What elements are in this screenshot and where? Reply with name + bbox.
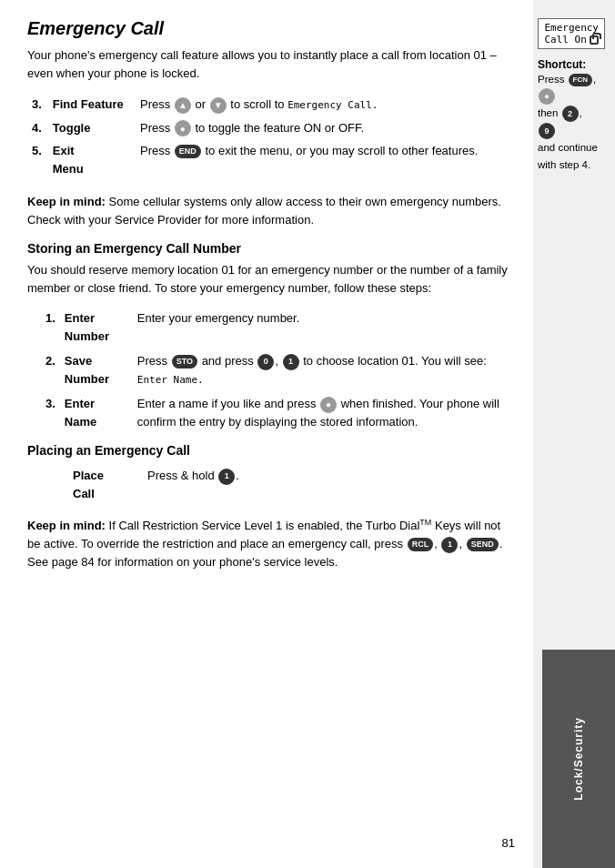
one-btn[interactable]: 1	[283, 354, 299, 370]
sub-step-label-1: EnterNumber	[60, 306, 133, 348]
sh-nav-btn[interactable]: ●	[539, 88, 555, 105]
sidebar: Emergency Call On Shortcut: Press FCN, ●…	[533, 0, 615, 868]
keep-in-mind-2: Keep in mind: If Call Restriction Servic…	[27, 517, 515, 570]
sidebar-tab-label: Lock/Security	[572, 717, 585, 801]
step-num-3: 3.	[27, 93, 48, 116]
sto-btn[interactable]: STO	[172, 355, 197, 369]
step-label-toggle: Toggle	[48, 116, 136, 140]
sh-two-btn[interactable]: 2	[562, 106, 579, 122]
km2-one-btn[interactable]: 1	[441, 537, 458, 553]
sub-step-content-3: Enter a name if you like and press ● whe…	[133, 391, 515, 434]
enter-name-mono: Enter Name.	[137, 374, 204, 386]
emergency-display-box: Emergency Call On	[538, 18, 605, 49]
step-content-3: Press ▲ or ▼ to scroll to Emergency Call…	[136, 93, 515, 116]
page-number: 81	[502, 836, 515, 850]
lock-icon	[590, 35, 599, 45]
step-content-5: Press END to exit the menu, or you may s…	[136, 139, 515, 180]
sub-step-label-3: EnterName	[60, 391, 133, 434]
section2-title: Placing an Emergency Call	[27, 443, 515, 458]
place-call-table: PlaceCall Press & hold 1.	[64, 463, 248, 506]
page: Emergency Call Your phone's emergency ca…	[0, 0, 615, 868]
shortcut-label: Shortcut:	[538, 58, 600, 71]
keep-in-mind-1: Keep in mind: Some cellular systems only…	[27, 193, 515, 228]
sub-step-num-1: 1.	[27, 306, 60, 348]
nav-down-btn[interactable]: ▼	[210, 97, 227, 114]
table-row: PlaceCall Press & hold 1.	[66, 465, 247, 504]
place-label: PlaceCall	[66, 465, 138, 504]
step-label-find: Find Feature	[48, 93, 136, 116]
step-label-exit: ExitMenu	[48, 139, 136, 180]
emergency-box-line2: Call On	[544, 34, 599, 45]
table-row: 2. SaveNumber Press STO and press 0, 1 t…	[27, 348, 515, 391]
sub-steps-table: 1. EnterNumber Enter your emergency numb…	[27, 306, 515, 434]
send-btn[interactable]: SEND	[467, 538, 499, 552]
step-num-4: 4.	[27, 116, 48, 140]
sub-step-content-2: Press STO and press 0, 1 to choose locat…	[133, 348, 515, 391]
emergency-box-line1: Emergency	[544, 22, 599, 34]
shortcut-content: Press FCN, ● then 2, 9 and continuewith …	[538, 71, 600, 173]
sidebar-tab: Lock/Security	[542, 650, 615, 868]
main-steps-table: 3. Find Feature Press ▲ or ▼ to scroll t…	[27, 93, 515, 180]
sub-step-label-2: SaveNumber	[60, 348, 133, 391]
nav-up-btn[interactable]: ▲	[175, 97, 191, 114]
rcl-btn[interactable]: RCL	[408, 538, 434, 552]
table-row: 1. EnterNumber Enter your emergency numb…	[27, 306, 515, 348]
sub-step-num-3: 3.	[27, 391, 60, 434]
place-content: Press & hold 1.	[140, 465, 247, 504]
step-num-5: 5.	[27, 139, 48, 180]
fcn-btn[interactable]: FCN	[569, 74, 592, 87]
main-content: Emergency Call Your phone's emergency ca…	[0, 0, 533, 868]
nav-center-btn[interactable]: ●	[175, 120, 191, 136]
section1-title: Storing an Emergency Call Number	[27, 241, 515, 256]
nav-ok-btn[interactable]: ●	[320, 397, 337, 413]
end-btn[interactable]: END	[175, 145, 201, 159]
sub-step-content-1: Enter your emergency number.	[133, 306, 515, 348]
section1-text: You should reserve memory location 01 fo…	[27, 261, 515, 297]
table-row: 3. EnterName Enter a name if you like an…	[27, 391, 515, 434]
intro-text: Your phone's emergency call feature allo…	[27, 46, 515, 82]
step-content-4: Press ● to toggle the feature ON or OFF.	[136, 116, 515, 140]
sh-nine-btn[interactable]: 9	[539, 123, 555, 139]
zero-btn[interactable]: 0	[257, 354, 274, 370]
page-title: Emergency Call	[27, 18, 515, 39]
table-row: 5. ExitMenu Press END to exit the menu, …	[27, 139, 515, 180]
table-row: 4. Toggle Press ● to toggle the feature …	[27, 116, 515, 140]
place-one-btn[interactable]: 1	[218, 469, 235, 485]
emergency-call-mono: Emergency Call.	[287, 99, 378, 111]
table-row: 3. Find Feature Press ▲ or ▼ to scroll t…	[27, 93, 515, 116]
trademark: TM	[419, 518, 431, 527]
shortcut-box: Shortcut: Press FCN, ● then 2, 9 and con…	[533, 54, 605, 177]
sub-step-num-2: 2.	[27, 348, 60, 391]
